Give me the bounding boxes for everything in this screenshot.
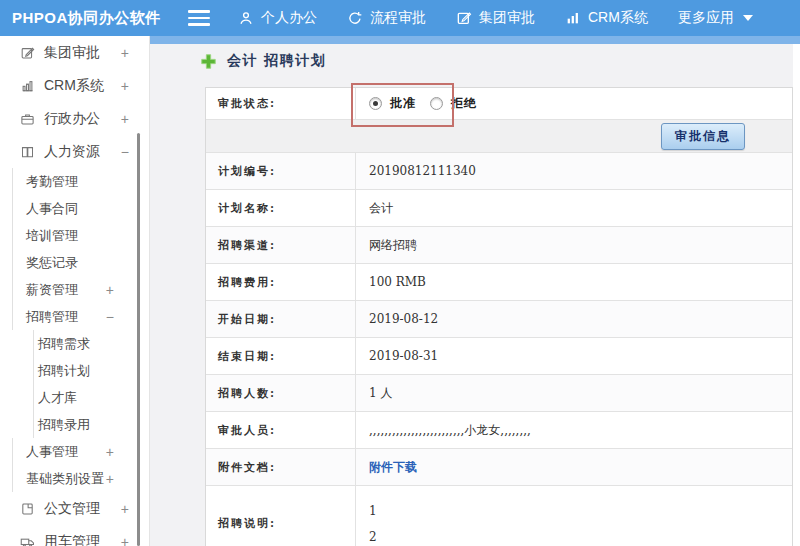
expand-icon[interactable]: + [121,501,129,517]
approval-info-button[interactable]: 审批信息 [661,123,745,150]
sidebar-item-label: 考勤管理 [26,173,78,191]
field-value-line: 1 [369,500,377,522]
page-title-row: 会计 招聘计划 [200,52,326,70]
nav-item-crm-system[interactable]: CRM系统 [565,9,648,27]
sidebar-menu: 集团审批+CRM系统+行政办公+人力资源−考勤管理人事合同培训管理奖惩记录薪资管… [0,36,149,546]
sidebar-item-3[interactable]: 人力资源− [0,135,149,168]
field-value: 20190812111340 [369,164,476,178]
approval-button-row: 审批信息 [206,120,792,153]
process-arrow-icon [347,10,363,26]
sidebar-item-13[interactable]: 招聘录用 [0,411,149,438]
sidebar-item-label: 招聘计划 [38,362,90,380]
sidebar-item-label: 集团审批 [44,44,100,62]
field-row-4: 开始日期:2019-08-12 [206,301,792,338]
nav-item-more-apps[interactable]: 更多应用 [678,9,753,27]
collapse-icon[interactable]: − [121,144,129,160]
nav-item-workflow-approval[interactable]: 流程审批 [347,9,426,27]
sidebar-item-label: 行政办公 [44,110,100,128]
field-label: 审批人员: [206,412,356,448]
field-label: 招聘说明: [206,486,356,546]
sidebar-item-label: 培训管理 [26,227,78,245]
expand-icon[interactable]: + [121,534,129,546]
expand-icon[interactable]: + [121,111,129,127]
field-value: 2019-08-31 [369,349,438,363]
field-label: 招聘渠道: [206,227,356,263]
field-row-9: 招聘说明:12 [206,486,792,546]
field-rows: 计划编号:20190812111340计划名称:会计招聘渠道:网络招聘招聘费用:… [206,153,792,546]
sidebar-item-15[interactable]: 基础类别设置+ [0,465,149,492]
collapse-icon[interactable]: − [106,309,114,325]
approval-radio-0[interactable]: 批准 [369,95,416,112]
nav-label: CRM系统 [588,9,648,27]
document-icon [20,501,35,516]
menu-toggle-button[interactable] [188,10,210,26]
field-row-0: 计划编号:20190812111340 [206,153,792,190]
field-row-6: 招聘人数:1 人 [206,375,792,412]
sidebar-item-label: 人事管理 [26,443,78,461]
radio-selected-icon[interactable] [369,97,382,110]
sidebar-item-5[interactable]: 人事合同 [0,195,149,222]
sidebar-item-2[interactable]: 行政办公+ [0,102,149,135]
main-scrollbar[interactable] [793,44,800,546]
attachment-download-link[interactable]: 附件下载 [369,459,417,476]
field-value: 2019-08-12 [369,312,438,326]
field-value: 会计 [369,200,393,217]
field-value: 网络招聘 [369,237,417,254]
nav-label: 集团审批 [479,9,535,27]
nav-label: 流程审批 [370,9,426,27]
sidebar-item-17[interactable]: 用车管理+ [0,525,149,546]
page-title: 会计 招聘计划 [227,52,326,70]
radio-label: 拒绝 [451,95,477,112]
approval-radio-1[interactable]: 拒绝 [430,95,477,112]
expand-icon[interactable]: + [121,78,129,94]
radio-unselected-icon[interactable] [430,97,443,110]
hamburger-icon [188,10,210,13]
sidebar-item-8[interactable]: 薪资管理+ [0,276,149,303]
field-value: ,,,,,,,,,,,,,,,,,,,,,,,,,小龙女,,,,,,,, [369,422,531,439]
nav-item-group-approval[interactable]: 集团审批 [456,9,535,27]
field-label: 计划名称: [206,190,356,226]
sidebar-item-label: 用车管理 [44,533,100,546]
sidebar-item-4[interactable]: 考勤管理 [0,168,149,195]
book-icon [20,144,35,159]
sidebar-item-label: 人事合同 [26,200,78,218]
sidebar-item-14[interactable]: 人事管理+ [0,438,149,465]
sidebar-item-label: 公文管理 [44,500,100,518]
sidebar-item-12[interactable]: 人才库 [0,384,149,411]
approval-status-row: 审批状态: 批准拒绝 [206,88,792,120]
add-plus-icon[interactable] [200,53,217,70]
user-icon [238,10,254,26]
expand-icon[interactable]: + [121,45,129,61]
sidebar-item-label: 招聘录用 [38,416,90,434]
sidebar-item-0[interactable]: 集团审批+ [0,36,149,69]
sidebar-item-11[interactable]: 招聘计划 [0,357,149,384]
field-label: 审批状态: [206,88,356,119]
main-content: 会计 招聘计划 审批状态: 批准拒绝 审批信息 计划编号:20190812111… [150,36,800,546]
bar-chart-icon [565,10,581,26]
recruit-plan-detail-table: 审批状态: 批准拒绝 审批信息 计划编号:20190812111340计划名称:… [205,87,793,546]
nav-item-personal-office[interactable]: 个人办公 [238,9,317,27]
expand-icon[interactable]: + [106,471,114,487]
field-label: 招聘人数: [206,375,356,411]
sidebar-item-10[interactable]: 招聘需求 [0,330,149,357]
sidebar-item-16[interactable]: 公文管理+ [0,492,149,525]
expand-icon[interactable]: + [106,282,114,298]
truck-icon [20,534,35,546]
sidebar-scrollbar[interactable] [137,133,140,546]
radio-label: 批准 [390,95,416,112]
approval-radio-group: 批准拒绝 [369,95,477,112]
sidebar-item-9[interactable]: 招聘管理− [0,303,149,330]
field-value-line: 2 [369,526,377,546]
edit-icon [456,10,472,26]
sidebar-item-label: CRM系统 [44,77,104,95]
sidebar: 集团审批+CRM系统+行政办公+人力资源−考勤管理人事合同培训管理奖惩记录薪资管… [0,36,150,546]
field-label: 招聘费用: [206,264,356,300]
field-value: 1 人 [369,385,392,402]
sidebar-item-label: 招聘管理 [26,308,78,326]
sidebar-item-7[interactable]: 奖惩记录 [0,249,149,276]
sidebar-item-1[interactable]: CRM系统+ [0,69,149,102]
field-label: 开始日期: [206,301,356,337]
field-row-7: 审批人员:,,,,,,,,,,,,,,,,,,,,,,,,,小龙女,,,,,,,… [206,412,792,449]
expand-icon[interactable]: + [106,444,114,460]
sidebar-item-6[interactable]: 培训管理 [0,222,149,249]
